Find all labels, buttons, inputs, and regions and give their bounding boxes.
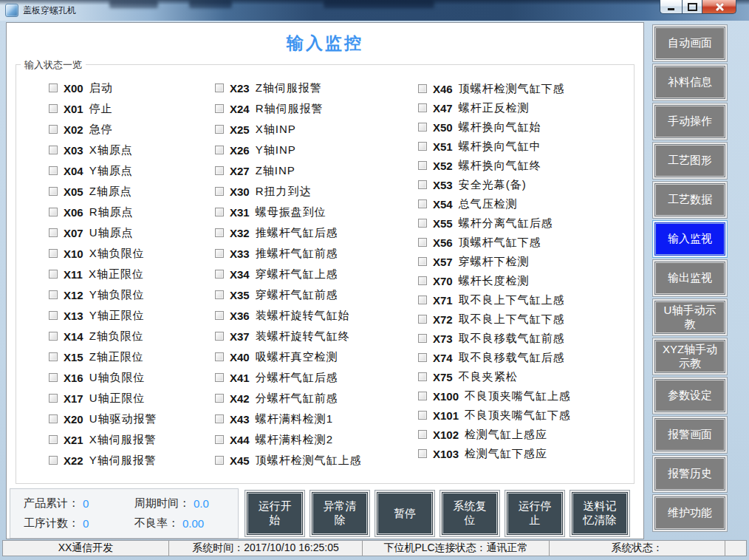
input-state-checkbox[interactable] [49,83,58,92]
input-state-checkbox[interactable] [418,180,427,189]
input-state-checkbox[interactable] [418,353,427,362]
input-state-checkbox[interactable] [418,199,427,208]
sidebar-nav-button[interactable]: 报警画面 [654,418,725,451]
machine-action-button[interactable]: 异常清 除 [312,492,368,535]
input-state-checkbox[interactable] [215,146,224,154]
input-state-checkbox[interactable] [215,373,224,382]
input-state-checkbox[interactable] [215,104,224,113]
sidebar-nav-button[interactable]: 自动画面 [654,27,725,60]
input-code: X20 [64,413,83,426]
sidebar-nav-label: 工艺图形 [668,154,712,168]
input-state-checkbox[interactable] [49,456,58,465]
input-state-checkbox[interactable] [418,296,427,304]
sidebar-nav-label: XYZ轴手动 示教 [663,343,717,371]
close-button[interactable] [702,0,736,14]
machine-action-button[interactable]: 运行开 始 [247,492,303,535]
input-state-checkbox[interactable] [49,394,58,403]
input-state-checkbox[interactable] [215,414,224,423]
machine-action-button[interactable]: 系统复 位 [442,492,498,535]
input-state-checkbox[interactable] [418,142,427,151]
input-state-checkbox[interactable] [418,392,427,400]
sidebar-nav-button[interactable]: 报警历史 [654,457,725,491]
input-state-checkbox[interactable] [215,249,224,258]
input-label: 吸螺杆真空检测 [256,350,338,364]
input-state-checkbox[interactable] [215,311,224,320]
input-status-groupbox: 输入状态一览 X00 启动 X01 停止 X02 急停 X03 X轴原点 X04… [16,64,635,484]
input-status-item: X35 穿螺杆气缸前感 [215,284,362,305]
input-column-2: X23 Z轴伺服报警 X24 R轴伺服报警 X25 X轴INP X26 Y轴IN… [215,65,362,471]
close-icon [715,2,724,11]
input-state-checkbox[interactable] [215,394,224,403]
machine-action-button[interactable]: 暂停 [377,492,433,535]
input-state-checkbox[interactable] [49,270,58,279]
input-state-checkbox[interactable] [49,228,58,237]
input-status-item: X36 装螺杆旋转气缸始 [215,305,362,326]
minimize-button[interactable] [660,0,682,14]
input-state-checkbox[interactable] [418,449,427,458]
input-state-checkbox[interactable] [215,456,224,465]
input-state-checkbox[interactable] [49,352,58,361]
input-status-item: X25 X轴INP [215,119,362,140]
maximize-button[interactable] [682,0,702,14]
sidebar-nav-button[interactable]: 工艺数据 [654,183,725,216]
sidebar-nav-button[interactable]: 输入监视 [654,222,725,256]
input-state-checkbox[interactable] [215,166,224,175]
input-state-checkbox[interactable] [418,238,427,247]
input-code: X17 [64,392,83,405]
window-titlebar: 盖板穿螺孔机 [0,0,749,21]
input-state-checkbox[interactable] [418,161,427,170]
stat-label: 产品累计： [24,496,79,511]
input-state-checkbox[interactable] [418,219,427,228]
input-state-checkbox[interactable] [418,411,427,420]
input-state-checkbox[interactable] [418,334,427,343]
input-state-checkbox[interactable] [418,372,427,381]
sidebar-nav-button[interactable]: 手动操作 [654,105,725,138]
input-state-checkbox[interactable] [215,270,224,279]
input-state-checkbox[interactable] [49,249,58,258]
input-state-checkbox[interactable] [418,103,427,112]
input-status-item: X46 顶螺杆检测气缸下感 [418,79,571,98]
input-state-checkbox[interactable] [49,166,58,175]
sidebar-nav-button[interactable]: 输出监视 [654,262,725,295]
input-state-checkbox[interactable] [49,104,58,113]
input-state-checkbox[interactable] [49,208,58,216]
input-state-checkbox[interactable] [215,435,224,444]
sidebar-nav-button[interactable]: 补料信息 [654,66,725,99]
sidebar-nav-button[interactable]: 参数设定 [654,379,725,412]
input-code: X103 [433,448,459,460]
sidebar-nav-button[interactable]: 工艺图形 [654,144,725,177]
input-state-checkbox[interactable] [49,332,58,341]
input-state-checkbox[interactable] [49,187,58,196]
input-state-checkbox[interactable] [49,311,58,320]
input-state-checkbox[interactable] [215,208,224,216]
input-state-checkbox[interactable] [49,373,58,382]
input-state-checkbox[interactable] [215,290,224,299]
input-state-checkbox[interactable] [215,228,224,237]
input-state-checkbox[interactable] [418,276,427,285]
input-state-checkbox[interactable] [49,146,58,154]
input-label: Z轴负限位 [89,329,144,344]
sidebar-nav-button[interactable]: 维护功能 [654,496,725,530]
sidebar-nav-button[interactable]: XYZ轴手动 示教 [654,340,725,373]
input-state-checkbox[interactable] [418,315,427,324]
input-state-checkbox[interactable] [418,123,427,132]
sidebar-nav-button[interactable]: U轴手动示 教 [654,301,725,334]
input-state-checkbox[interactable] [418,430,427,439]
input-state-checkbox[interactable] [418,257,427,266]
input-state-checkbox[interactable] [215,352,224,361]
input-state-checkbox[interactable] [215,125,224,134]
input-state-checkbox[interactable] [215,83,224,92]
input-state-checkbox[interactable] [49,125,58,134]
input-state-checkbox[interactable] [49,290,58,299]
input-state-checkbox[interactable] [49,435,58,444]
input-state-checkbox[interactable] [49,414,58,423]
machine-action-button[interactable]: 运行停 止 [507,492,563,535]
input-status-item: X102 检测气缸上感应 [418,425,571,444]
machine-action-button[interactable]: 送料记 忆清除 [572,492,628,535]
input-state-checkbox[interactable] [215,187,224,196]
input-state-checkbox[interactable] [215,332,224,341]
input-label: Y轴正限位 [89,309,145,323]
input-label: X轴原点 [89,143,133,157]
input-state-checkbox[interactable] [418,84,427,93]
production-stats-panel: 产品累计： 0 周期时间： 0.0 工序计数： 0 不良率： 0.00 [10,488,239,539]
